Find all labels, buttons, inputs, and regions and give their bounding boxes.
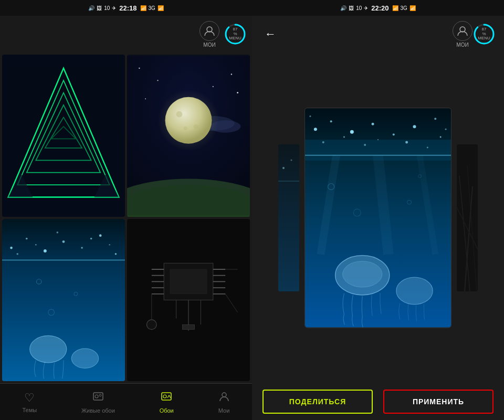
preview-right-peek bbox=[457, 144, 478, 291]
svg-point-86 bbox=[314, 128, 317, 131]
nav-mine-label: Мои bbox=[218, 407, 230, 414]
left-profile-container[interactable]: МОИ bbox=[200, 21, 219, 48]
svg-point-82 bbox=[291, 160, 292, 161]
svg-point-97 bbox=[405, 141, 408, 144]
svg-point-35 bbox=[62, 240, 65, 243]
svg-point-23 bbox=[184, 127, 187, 130]
nav-live-label: Живые обои bbox=[81, 407, 115, 414]
live-wallpaper-icon bbox=[92, 391, 104, 405]
svg-point-20 bbox=[165, 97, 212, 144]
svg-point-89 bbox=[372, 123, 374, 125]
svg-point-75 bbox=[222, 393, 226, 397]
action-bar: ПОДЕЛИТЬСЯ ПРИМЕНИТЬ bbox=[252, 383, 504, 420]
wallpapers-icon bbox=[161, 391, 172, 405]
svg-point-29 bbox=[213, 86, 214, 87]
svg-point-100 bbox=[377, 139, 379, 140]
svg-rect-65 bbox=[182, 324, 194, 329]
left-status-icons: 🔊 🖼 10 ✈ bbox=[88, 5, 116, 11]
svg-point-88 bbox=[350, 130, 354, 134]
svg-point-94 bbox=[322, 141, 324, 143]
nav-wallpapers-label: Обои bbox=[160, 407, 174, 414]
right-battery-pct: 87 % MENU bbox=[478, 27, 490, 41]
svg-point-27 bbox=[237, 92, 238, 93]
svg-point-95 bbox=[343, 136, 345, 138]
svg-point-25 bbox=[157, 80, 158, 81]
wallpaper-underwater[interactable] bbox=[2, 219, 125, 381]
right-speaker-icon: 🔊 bbox=[340, 5, 346, 11]
left-profile-icon[interactable] bbox=[200, 21, 219, 41]
right-profile-icon[interactable] bbox=[453, 21, 472, 41]
left-menu-label: MENU bbox=[229, 36, 242, 41]
svg-point-81 bbox=[282, 167, 285, 169]
nav-live[interactable]: Живые обои bbox=[81, 391, 115, 414]
left-battery-circle[interactable]: 87 % MENU bbox=[224, 23, 247, 46]
svg-point-107 bbox=[342, 261, 382, 287]
right-status-icons: 🔊 🖼 10 ✈ bbox=[340, 5, 368, 11]
left-panel: 🔊 🖼 10 ✈ 22:18 📶 3G 📶 МОИ bbox=[0, 0, 252, 420]
svg-point-72 bbox=[99, 394, 101, 396]
right-3g-label: 3G bbox=[401, 5, 407, 11]
wallpaper-moon[interactable] bbox=[127, 55, 250, 217]
svg-point-38 bbox=[115, 253, 117, 255]
svg-rect-51 bbox=[170, 269, 207, 294]
nav-themes[interactable]: ♡ Темы bbox=[22, 391, 37, 413]
preview-area bbox=[252, 52, 504, 383]
wallpaper-triangles[interactable] bbox=[2, 55, 125, 217]
heart-icon: ♡ bbox=[24, 391, 35, 405]
nav-themes-label: Темы bbox=[22, 407, 37, 413]
wallpaper-grid bbox=[0, 52, 252, 383]
right-status-bar: 🔊 🖼 10 ✈ 22:20 📶 3G 📶 bbox=[252, 0, 504, 16]
bottom-nav: ♡ Темы Живые обои Обои bbox=[0, 383, 252, 420]
svg-point-22 bbox=[193, 124, 198, 129]
left-top-bar: МОИ 87 % MENU bbox=[0, 16, 252, 52]
share-button[interactable]: ПОДЕЛИТЬСЯ bbox=[262, 390, 373, 414]
right-right-status-icons: 📶 3G 📶 bbox=[392, 5, 416, 11]
svg-point-98 bbox=[427, 146, 428, 148]
svg-point-37 bbox=[99, 234, 102, 237]
right-wifi-icon: 📶 bbox=[392, 5, 398, 11]
svg-point-26 bbox=[231, 74, 232, 75]
svg-point-66 bbox=[146, 320, 156, 330]
left-image-icon: 🖼 bbox=[97, 5, 102, 11]
back-button[interactable]: ← bbox=[260, 25, 280, 43]
svg-point-91 bbox=[413, 125, 416, 128]
left-battery-pct: 87 % MENU bbox=[229, 27, 242, 41]
left-battery-text: 10 bbox=[104, 5, 110, 11]
svg-point-24 bbox=[139, 68, 140, 69]
nav-wallpapers[interactable]: Обои bbox=[160, 391, 174, 414]
svg-rect-79 bbox=[278, 144, 299, 291]
svg-point-28 bbox=[145, 98, 146, 99]
left-time: 22:18 bbox=[119, 4, 136, 12]
svg-point-74 bbox=[163, 395, 166, 398]
right-profile-container[interactable]: МОИ bbox=[453, 21, 472, 48]
right-menu-label: MENU bbox=[478, 36, 490, 41]
left-right-status-icons: 📶 3G 📶 bbox=[140, 5, 164, 11]
svg-point-96 bbox=[364, 144, 366, 146]
right-sig-bars-icon: 📶 bbox=[410, 5, 416, 11]
right-panel: 🔊 🖼 10 ✈ 22:20 📶 3G 📶 ← МОИ bbox=[252, 0, 504, 420]
svg-point-42 bbox=[90, 238, 92, 240]
right-time: 22:20 bbox=[371, 4, 388, 12]
wallpaper-circuit[interactable] bbox=[127, 219, 250, 381]
svg-point-71 bbox=[95, 395, 98, 398]
left-profile-label: МОИ bbox=[203, 42, 215, 48]
svg-point-101 bbox=[445, 129, 447, 130]
svg-point-34 bbox=[44, 249, 47, 253]
right-profile-label: МОИ bbox=[456, 42, 468, 48]
svg-point-108 bbox=[396, 277, 433, 304]
svg-point-36 bbox=[81, 247, 83, 249]
right-signal-icon: ✈ bbox=[364, 5, 368, 11]
left-3g-label: 3G bbox=[149, 5, 155, 11]
svg-point-21 bbox=[176, 111, 183, 118]
left-speaker-icon: 🔊 bbox=[88, 5, 94, 11]
apply-button[interactable]: ПРИМЕНИТЬ bbox=[383, 390, 494, 414]
left-signal-icon: ✈ bbox=[112, 5, 116, 11]
right-battery-circle[interactable]: 87 % MENU bbox=[472, 23, 496, 46]
svg-point-90 bbox=[393, 133, 395, 135]
left-status-bar: 🔊 🖼 10 ✈ 22:18 📶 3G 📶 bbox=[0, 0, 252, 16]
svg-point-93 bbox=[440, 136, 442, 138]
nav-mine[interactable]: Мои bbox=[218, 391, 230, 414]
svg-point-43 bbox=[109, 244, 110, 245]
left-sig-bars-icon: 📶 bbox=[158, 5, 164, 11]
svg-point-87 bbox=[330, 120, 332, 122]
